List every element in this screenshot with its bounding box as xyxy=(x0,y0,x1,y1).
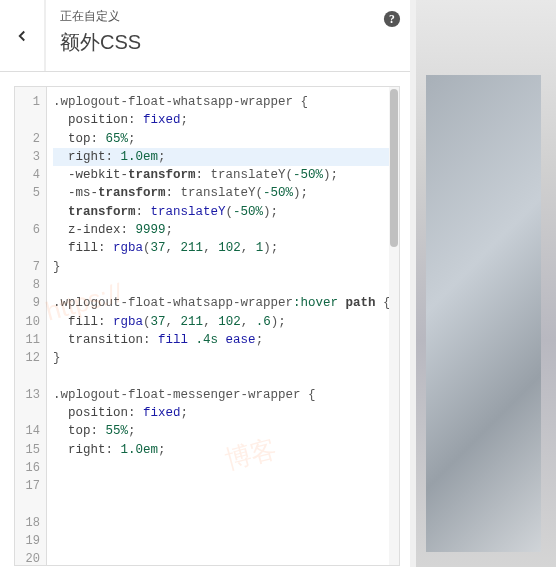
line-number: 9 xyxy=(15,294,40,312)
code-line[interactable]: -ms-transform: translateY(-50%); xyxy=(53,184,399,202)
help-button[interactable]: ? xyxy=(374,0,410,71)
line-number: 14 xyxy=(15,422,40,440)
back-button[interactable] xyxy=(0,0,45,71)
help-icon: ? xyxy=(383,10,401,28)
scrollbar[interactable] xyxy=(389,87,399,565)
scroll-thumb[interactable] xyxy=(390,89,398,247)
line-number: 5 xyxy=(15,184,40,202)
line-number: 17 xyxy=(15,477,40,495)
line-number: 18 xyxy=(15,514,40,532)
code-line[interactable]: right: 1.0em; xyxy=(53,148,399,166)
code-line[interactable]: top: 55%; xyxy=(53,422,399,440)
preview-image xyxy=(426,75,541,552)
customizer-panel: 正在自定义 额外CSS ? 1 2345 6 789101112 13 1415… xyxy=(0,0,410,567)
code-area[interactable]: .wplogout-float-whatsapp-wrapper { posit… xyxy=(47,87,399,565)
chevron-left-icon xyxy=(13,27,31,45)
line-number: 3 xyxy=(15,148,40,166)
code-line[interactable]: transform: translateY(-50%); xyxy=(53,203,399,221)
code-line[interactable] xyxy=(53,367,399,385)
code-line[interactable] xyxy=(53,276,399,294)
code-line[interactable]: top: 65%; xyxy=(53,130,399,148)
line-number: 15 xyxy=(15,441,40,459)
line-number: 10 xyxy=(15,313,40,331)
line-number: 19 xyxy=(15,532,40,550)
preview-strip xyxy=(416,0,556,567)
code-line[interactable]: .wplogout-float-whatsapp-wrapper:hover p… xyxy=(53,294,399,312)
line-number: 1 xyxy=(15,93,40,111)
line-number: 6 xyxy=(15,221,40,239)
line-number: 8 xyxy=(15,276,40,294)
line-number: 16 xyxy=(15,459,40,477)
line-number: 11 xyxy=(15,331,40,349)
header-subtitle: 正在自定义 xyxy=(60,8,360,25)
code-line[interactable]: .wplogout-float-whatsapp-wrapper { xyxy=(53,93,399,111)
header-title: 额外CSS xyxy=(60,29,360,56)
css-editor[interactable]: 1 2345 6 789101112 13 14151617 181920 .w… xyxy=(14,86,400,566)
line-number: 13 xyxy=(15,386,40,404)
header: 正在自定义 额外CSS ? xyxy=(0,0,410,72)
code-line[interactable]: -webkit-transform: translateY(-50%); xyxy=(53,166,399,184)
code-line[interactable]: fill: rgba(37, 211, 102, 1); xyxy=(53,239,399,257)
code-line[interactable]: } xyxy=(53,258,399,276)
line-number: 20 xyxy=(15,550,40,566)
line-number: 7 xyxy=(15,258,40,276)
line-number: 2 xyxy=(15,130,40,148)
code-line[interactable]: .wplogout-float-messenger-wrapper { xyxy=(53,386,399,404)
title-area: 正在自定义 额外CSS xyxy=(45,0,374,71)
code-line[interactable]: position: fixed; xyxy=(53,111,399,129)
code-line[interactable]: fill: rgba(37, 211, 102, .6); xyxy=(53,313,399,331)
code-line[interactable]: right: 1.0em; xyxy=(53,441,399,459)
code-line[interactable]: z-index: 9999; xyxy=(53,221,399,239)
code-line[interactable]: position: fixed; xyxy=(53,404,399,422)
line-number: 4 xyxy=(15,166,40,184)
code-line[interactable]: transition: fill .4s ease; xyxy=(53,331,399,349)
code-line[interactable]: } xyxy=(53,349,399,367)
svg-text:?: ? xyxy=(389,13,395,26)
line-number: 12 xyxy=(15,349,40,367)
line-gutter: 1 2345 6 789101112 13 14151617 181920 xyxy=(15,87,47,565)
